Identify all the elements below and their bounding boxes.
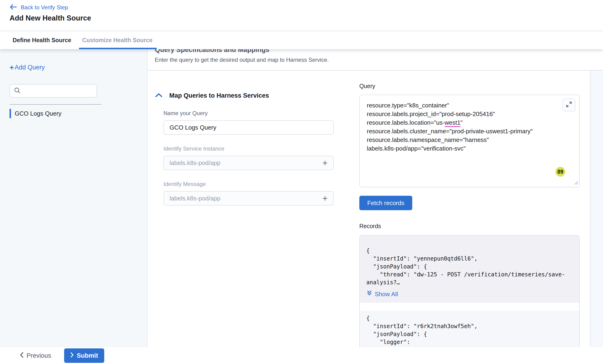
record-json-line: "logger":: [366, 338, 573, 346]
sidebar-divider: [10, 104, 101, 105]
record-json-line: "insertId": "yennepun0qtd6ll6",: [366, 255, 573, 263]
identify-message-label: Identify Message: [163, 181, 334, 187]
service-instance-input[interactable]: labels.k8s-pod/app +: [163, 156, 334, 170]
query-line: resource.labels.namespace_name="harness": [367, 136, 572, 144]
plus-icon: +: [10, 64, 14, 71]
query-item-label: GCO Logs Query: [15, 110, 62, 117]
expand-icon: [566, 101, 572, 109]
record-json-line: {: [366, 247, 573, 255]
plus-icon[interactable]: +: [323, 194, 328, 203]
expand-query-button[interactable]: [562, 98, 576, 111]
record-json-line: analysis?…: [366, 278, 573, 286]
map-queries-section-toggle[interactable]: Map Queries to Harness Services: [155, 92, 359, 99]
query-input[interactable]: resource.type="k8s_container"resource.la…: [359, 95, 580, 187]
mapping-body: Map Queries to Harness Services Name you…: [148, 71, 603, 347]
map-queries-fields: Name your Query GCO Logs Query Identify …: [163, 110, 334, 205]
message-input[interactable]: labels.k8s-pod/app +: [163, 191, 334, 205]
previous-label: Previous: [27, 352, 51, 359]
query-search-box[interactable]: [10, 84, 97, 98]
map-queries-title: Map Queries to Harness Services: [169, 92, 269, 99]
query-line: resource.labels.location="us-west1": [367, 118, 572, 127]
show-all-label: Show All: [375, 290, 398, 298]
query-label: Query: [359, 83, 580, 90]
section-heading-block: Query Specifications and Mappings Enter …: [148, 49, 603, 63]
char-count-badge: 89: [556, 167, 565, 177]
health-source-tabs: Define Health Source Customize Health So…: [0, 31, 603, 49]
sidebar-item-gco-logs-query[interactable]: GCO Logs Query: [10, 109, 147, 118]
back-link[interactable]: Back to Verify Step: [10, 3, 603, 12]
record-json-line: "jsonPayload": {: [366, 330, 573, 338]
record-item: { "insertId": "yennepun0qtd6ll6", "jsonP…: [360, 236, 579, 303]
back-link-label: Back to Verify Step: [21, 4, 68, 11]
spellcheck-underlined-text: west1: [445, 119, 461, 127]
query-line: labels.k8s-pod/app="verification-svc": [367, 144, 572, 153]
plus-icon[interactable]: +: [323, 159, 328, 167]
name-query-label: Name your Query: [163, 110, 334, 116]
search-icon: [14, 87, 21, 95]
identify-service-instance-label: Identify Service Instance: [163, 145, 334, 152]
content-area: + Add Query GCO Logs Query Query Specifi…: [0, 49, 603, 347]
section-subtitle: Enter the query to get the desired outpu…: [155, 57, 603, 63]
resize-handle-icon[interactable]: [574, 181, 578, 186]
tab-customize-health-source[interactable]: Customize Health Source: [82, 31, 152, 49]
record-json-line: "thread": "dw-125 - POST /verification/t…: [366, 271, 573, 278]
query-column: Query resource.type="k8s_container"resou…: [359, 71, 590, 347]
submit-label: Submit: [77, 352, 98, 359]
record-json-line: "insertId": "r6rk2tnah3owf5eh",: [366, 322, 573, 330]
page-title: Add New Health Source: [10, 14, 603, 22]
record-item: { "insertId": "r6rk2tnah3owf5eh", "jsonP…: [360, 311, 579, 347]
search-input[interactable]: [21, 85, 96, 97]
query-name-value: GCO Logs Query: [170, 124, 216, 131]
query-line: resource.labels.cluster_name="prod-priva…: [367, 127, 572, 136]
section-title: Query Specifications and Mappings: [155, 49, 603, 54]
query-line: resource.labels.project_id="prod-setup-2…: [367, 110, 572, 118]
query-text: resource.type="k8s_container"resource.la…: [360, 95, 579, 159]
query-specifications-panel: Query Specifications and Mappings Enter …: [148, 49, 603, 347]
add-query-button[interactable]: + Add Query: [10, 64, 147, 71]
right-margin-strip: [591, 71, 603, 347]
wizard-footer: Previous Submit: [0, 347, 603, 364]
add-query-label: Add Query: [15, 64, 45, 71]
map-queries-column: Map Queries to Harness Services Name you…: [155, 71, 359, 347]
mapping-card: Map Queries to Harness Services Name you…: [148, 71, 591, 347]
records-label: Records: [359, 223, 580, 229]
arrow-left-icon: [10, 4, 17, 11]
records-viewer: { "insertId": "yennepun0qtd6ll6", "jsonP…: [359, 235, 580, 347]
chevron-up-icon: [155, 93, 163, 99]
query-line: resource.type="k8s_container": [367, 101, 572, 110]
tab-define-health-source[interactable]: Define Health Source: [12, 31, 71, 49]
selected-indicator-bar: [10, 109, 11, 118]
service-instance-value: labels.k8s-pod/app: [170, 159, 220, 167]
add-health-source-page: Back to Verify Step Add New Health Sourc…: [0, 0, 603, 364]
fetch-records-button[interactable]: Fetch records: [359, 196, 412, 210]
record-json-line: {: [366, 314, 573, 322]
query-name-input[interactable]: GCO Logs Query: [163, 120, 334, 135]
double-chevron-down-icon: [366, 290, 372, 298]
record-json-line: "jsonPayload": {: [366, 263, 573, 271]
message-value: labels.k8s-pod/app: [170, 195, 220, 202]
chevron-right-icon: [70, 352, 74, 360]
chevron-left-icon: [20, 352, 24, 360]
page-header: Back to Verify Step Add New Health Sourc…: [0, 0, 603, 31]
previous-button[interactable]: Previous: [20, 352, 51, 360]
show-all-link[interactable]: Show All: [366, 290, 573, 298]
submit-button[interactable]: Submit: [64, 348, 104, 363]
queries-sidebar: + Add Query GCO Logs Query: [0, 49, 148, 347]
